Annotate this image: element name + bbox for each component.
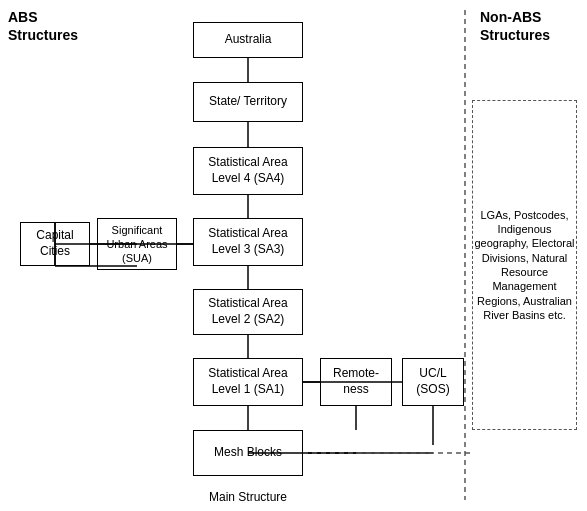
abs-header: ABSStructures [8, 8, 78, 44]
diagram: ABSStructures Non-ABSStructures Australi… [0, 0, 587, 511]
box-australia: Australia [193, 22, 303, 58]
box-sa4: Statistical Area Level 4 (SA4) [193, 147, 303, 195]
box-state-territory: State/ Territory [193, 82, 303, 122]
box-sa2: Statistical Area Level 2 (SA2) [193, 289, 303, 335]
box-remoteness: Remote- ness [320, 358, 392, 406]
box-mesh-blocks: Mesh Blocks [193, 430, 303, 476]
box-significant-urban: Significant Urban Areas (SUA) [97, 218, 177, 270]
box-sa1: Statistical Area Level 1 (SA1) [193, 358, 303, 406]
box-ucl-sos: UC/L (SOS) [402, 358, 464, 406]
box-sa3: Statistical Area Level 3 (SA3) [193, 218, 303, 266]
box-non-abs: LGAs, Postcodes, Indigenous geography, E… [472, 100, 577, 430]
main-structure-label: Main Structure [193, 490, 303, 504]
nonabs-header: Non-ABSStructures [480, 8, 550, 44]
box-capital-cities: Capital Cities [20, 222, 90, 266]
